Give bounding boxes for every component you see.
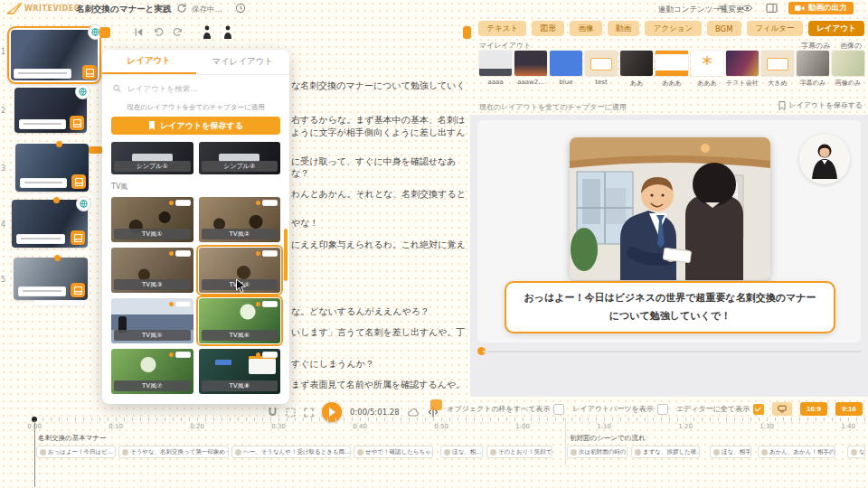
- saved-layout-item[interactable]: 大きめ: [761, 51, 794, 88]
- chapter-layout-icon[interactable]: [71, 230, 85, 245]
- tab-動画[interactable]: 動画: [608, 21, 640, 36]
- toggle-2[interactable]: エディターに全て表示: [676, 404, 764, 415]
- timeline-clip[interactable]: へー、そうなんや！受け取るときも両...: [231, 446, 351, 458]
- saved-layout-item[interactable]: aaaw2...: [514, 51, 547, 88]
- chapter-thumbnail[interactable]: [7, 26, 101, 84]
- script-line[interactable]: にええ印象与えられるわ。これ絶対に覚え: [291, 239, 472, 251]
- script-line[interactable]: やな！: [291, 217, 472, 230]
- timeline-clip[interactable]: そのとおり！笑顔で笑...: [486, 446, 552, 458]
- chapter-layout-icon[interactable]: [70, 116, 84, 130]
- presenter-avatar[interactable]: [799, 134, 850, 184]
- undo-icon[interactable]: [153, 27, 164, 37]
- tab-レイアウト[interactable]: レイアウト: [808, 21, 864, 36]
- script-line[interactable]: に受け取って、すぐに中身を確認せなあ: [291, 155, 472, 168]
- tab-アクション[interactable]: アクション: [645, 21, 701, 36]
- saved-layout-item[interactable]: 画像のみ: [832, 51, 864, 88]
- preview-scene-image[interactable]: [570, 137, 770, 280]
- magnet-snap-icon[interactable]: [268, 407, 278, 418]
- timeline-clip[interactable]: 次は初対面の時の...: [567, 446, 627, 458]
- saved-layout-item[interactable]: aaaa: [479, 51, 512, 88]
- timeline-clip[interactable]: まずな、挨拶した後...: [631, 446, 700, 458]
- saved-layout-item[interactable]: あああ: [691, 51, 723, 88]
- tab-BGM[interactable]: BGM: [707, 21, 741, 36]
- timeline-clip[interactable]: ほな、相...: [440, 446, 483, 458]
- apply-all-chapters-link-right[interactable]: 現在のレイアウトを全てのチャプターに適用: [479, 102, 627, 112]
- save-layout-button[interactable]: レイアウトを保存する: [111, 117, 280, 135]
- frame-select-icon[interactable]: [286, 408, 296, 418]
- tab-my-layout[interactable]: マイレイアウト: [196, 50, 290, 74]
- panel-toggle-button[interactable]: [463, 26, 471, 39]
- speaker-2-icon[interactable]: [223, 25, 232, 39]
- toggle-0[interactable]: オブジェクトの枠をすべて表示: [447, 404, 564, 415]
- linked-content-label[interactable]: 連動コンテンツ一覧変更: [658, 5, 744, 15]
- text-tool-icon[interactable]: A: [716, 3, 727, 14]
- eye-icon[interactable]: [741, 3, 753, 14]
- script-line[interactable]: わんとあかん。それとな、名刺交換すると: [291, 188, 472, 201]
- tab-テキスト[interactable]: テキスト: [478, 21, 526, 36]
- apply-all-chapters-link[interactable]: 現在のレイアウトを全てのチャプターに適用: [102, 103, 289, 112]
- layout-option[interactable]: TV風⑥: [199, 298, 281, 343]
- tab-フィルター[interactable]: フィルター: [747, 21, 803, 36]
- layout-option[interactable]: シンプル①: [111, 142, 193, 174]
- saved-layout-item[interactable]: blue: [550, 51, 582, 88]
- script-line[interactable]: な。どないするんがええんやろ？: [291, 305, 472, 318]
- chapter-thumbnail[interactable]: [12, 200, 88, 248]
- layout-option[interactable]: TV風⑤: [111, 298, 193, 343]
- skip-to-start-icon[interactable]: [134, 27, 144, 37]
- filter-subtitles-only[interactable]: 字幕のみ: [801, 41, 830, 51]
- chapter-layout-icon[interactable]: [82, 65, 97, 80]
- checkbox[interactable]: [657, 404, 668, 415]
- timeline-clip[interactable]: おっはよー！今日はビ...: [36, 446, 116, 458]
- translate-globe-badge[interactable]: [75, 84, 90, 99]
- layout-option[interactable]: シンプル②: [199, 142, 281, 174]
- chapter-layout-icon[interactable]: [71, 174, 86, 189]
- chapter-thumbnail[interactable]: [15, 144, 89, 192]
- tab-layout[interactable]: レイアウト: [102, 50, 196, 74]
- fit-screen-button[interactable]: [772, 402, 792, 416]
- ratio-16-9-button[interactable]: 16:9: [800, 402, 827, 416]
- chapter-thumbnail[interactable]: [14, 88, 87, 133]
- layout-option[interactable]: TV風①: [111, 197, 193, 242]
- layout-option[interactable]: TV風⑧: [199, 349, 281, 394]
- translate-globe-badge[interactable]: [76, 196, 91, 211]
- script-line[interactable]: まず表面見て名前や所属を確認するんや。: [291, 379, 472, 391]
- saved-layout-item[interactable]: test: [585, 51, 618, 88]
- preview-progress-track[interactable]: [483, 351, 861, 352]
- timeline-clip[interactable]: あかん、あかん！相手の名...: [758, 446, 835, 458]
- tab-画像[interactable]: 画像: [570, 21, 602, 36]
- ratio-9-16-button[interactable]: 9:16: [835, 402, 863, 416]
- chapter-layout-button[interactable]: [99, 27, 110, 38]
- layout-option[interactable]: TV風②: [199, 197, 281, 242]
- history-clock-icon[interactable]: [235, 3, 246, 14]
- chapter-layout-icon[interactable]: [71, 283, 85, 297]
- export-video-button[interactable]: 動画の出力: [788, 2, 854, 14]
- checkbox[interactable]: [553, 404, 564, 415]
- checkbox[interactable]: [753, 404, 764, 415]
- redo-icon[interactable]: [173, 27, 184, 37]
- timeline-clip[interactable]: ほな、相手...: [710, 446, 751, 458]
- timeline-clip[interactable]: せやで！確認したらちゃ...: [354, 446, 433, 458]
- subtitle-box[interactable]: おっはよー！今日はビジネスの世界で超重要な名刺交換のマナーについて勉強していくで…: [505, 281, 835, 333]
- window-layout-icon[interactable]: [766, 3, 778, 14]
- speaker-1-icon[interactable]: [203, 25, 212, 39]
- layout-search-input[interactable]: [126, 83, 278, 94]
- panel-resize-handle[interactable]: [430, 399, 442, 410]
- popup-scrollbar[interactable]: [284, 229, 288, 281]
- saved-layout-item[interactable]: 字幕のみ: [797, 51, 829, 88]
- fullscreen-icon[interactable]: [304, 408, 314, 418]
- layout-option[interactable]: TV風③: [111, 248, 193, 293]
- script-line[interactable]: いします」言うて名刺を差し出すんや。丁: [291, 326, 472, 339]
- toggle-1[interactable]: レイアウトパーツを表示: [572, 404, 668, 415]
- script-line[interactable]: な？: [291, 167, 472, 180]
- layout-option[interactable]: TV風⑦: [111, 349, 193, 394]
- script-line[interactable]: すぐにしまうんか？: [291, 358, 472, 371]
- saved-layout-item[interactable]: ああ: [620, 51, 653, 88]
- save-layout-link[interactable]: レイアウトを保存する: [778, 100, 863, 110]
- saved-layout-item[interactable]: あああ: [656, 51, 688, 88]
- script-line[interactable]: ように文字が相手側向くように差し出すん: [291, 127, 472, 139]
- tab-図形[interactable]: 図形: [532, 21, 564, 36]
- script-line[interactable]: 右するからな。まず基本中の基本、名刺は: [291, 114, 472, 127]
- script-line[interactable]: な名刺交換のマナーについて勉強していく: [291, 80, 472, 92]
- timeline-clip[interactable]: なる...: [847, 446, 865, 458]
- refresh-icon[interactable]: [176, 3, 187, 14]
